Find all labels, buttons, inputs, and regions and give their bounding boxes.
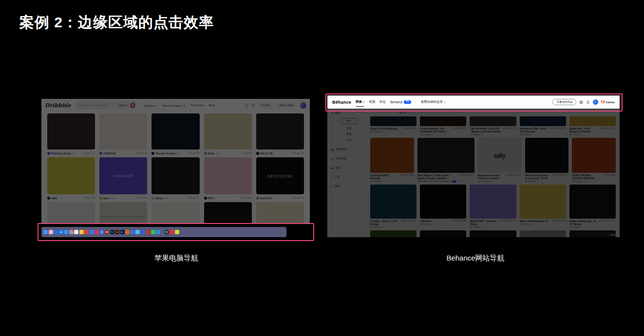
shot-thumbnail[interactable] [256,202,304,224]
project-title[interactable]: Zombie Warfare: The Death Path UI | Trai… [420,127,451,133]
project-title[interactable]: Wink Shaper | Orbix Studio | Sopify | Fr… [417,174,457,180]
shot-author[interactable]: MUTI♥ 77 ◉ 8.9k [204,196,252,200]
project-owners[interactable]: 多个所有者▾ [572,180,601,183]
dribbble-logo[interactable]: Dribbble [45,102,71,109]
project-card[interactable]: MICROSOFT - Azure AI Studio多个所有者▾♥ 936 ◉… [470,185,516,228]
dribbble-nav-item[interactable]: Hire a Designer ∨ [162,104,186,107]
project-card[interactable]: Salesforce CRM - SaaS UX UI Design Dashb… [520,116,566,136]
project-owners[interactable]: 多个所有者▾ [370,131,401,133]
shot-thumbnail[interactable]: Unwind your soul & body [99,202,147,224]
project-card[interactable]: Waffle Pay - UI/UX Design for Fintech Mo… [569,116,616,136]
project-title[interactable]: THE NATIONAL GALLERY - Webshot & Brand i… [470,127,501,133]
project-card[interactable]: Wink Shaper | Orbix Studio | Sopify | Fr… [417,138,474,183]
project-thumbnail[interactable] [417,138,474,173]
search-icon[interactable] [130,103,135,108]
project-title[interactable]: Steam | UX/UI Redesign [370,127,401,130]
dock-app-photoshop-icon[interactable]: Ps [110,230,114,234]
project-card[interactable]: Lazynight UX/UI Renewal多个所有者▾♥ 782 ◉ 879… [370,138,414,183]
project-card[interactable]: tallyBrand identity and UX/UI for a fint… [478,138,522,183]
avatar[interactable] [300,102,306,109]
project-thumbnail[interactable] [420,230,466,237]
dock-app-pinterest-icon[interactable] [95,230,99,234]
dock-app-word-icon[interactable]: W [105,230,109,234]
dock-app-finder-icon[interactable] [43,230,48,234]
dock-app-dropbox-icon[interactable] [90,230,94,234]
project-thumbnail[interactable] [470,116,516,126]
project-thumbnail[interactable]: tally [478,138,522,173]
project-owners[interactable]: 多个所有者▾ [370,180,399,183]
shot-thumbnail[interactable] [152,157,199,194]
dribbble-nav-item[interactable]: Find Jobs [191,104,204,107]
project-card[interactable]: Microsoft Dynamics AI Assistant - UI UX … [525,138,569,183]
dock-app-system-settings-icon[interactable] [69,230,74,234]
project-thumbnail[interactable] [370,185,417,219]
shot-thumbnail[interactable] [204,157,252,194]
shot-thumbnail[interactable] [99,113,147,149]
dock-app-orange-tool-icon[interactable] [125,230,130,234]
project-thumbnail[interactable] [470,230,516,237]
dock-app-xcode-icon[interactable]: X [100,230,104,234]
shot-author[interactable]: QClay♥ 21 ◉ 9k [204,151,252,155]
project-owners[interactable]: 多个所有者▾ [470,133,501,136]
shot-author[interactable]: Heyo♥ 77 ◉ 8.1k [99,196,147,200]
project-owners[interactable]: 多个所有者▾ [420,223,451,225]
project-owners[interactable]: 多个所有者▾ [478,180,504,183]
go-pro-button[interactable]: Go Pro [258,102,273,108]
shot-thumbnail[interactable]: carousel [99,157,147,194]
shot-thumbnail[interactable] [47,113,95,149]
project-title[interactable]: Ryah's Rhythm Game UI [520,220,551,223]
dock-app-mail-icon[interactable] [54,230,58,234]
project-thumbnail[interactable] [370,116,417,126]
project-card[interactable]: Ryah's Rhythm Game UI多个所有者▾♥ 306 ◉ 2671 [520,185,566,228]
project-card[interactable]: Credifyx - SaaS & UI UX Design多个所有者▾♥ 98… [370,185,417,228]
dock-app-firefox-icon[interactable] [131,230,135,234]
project-owners[interactable]: 多个所有者▾ [520,133,549,136]
project-title[interactable]: Brand identity and UX/UI for a fintech s… [478,174,504,180]
project-thumbnail[interactable] [569,116,616,126]
project-title[interactable]: MyBike Mobile App - UI UX Design [569,220,598,225]
dock-app-notes-icon[interactable]: ✎ [165,230,169,234]
shot-author[interactable]: Thunder Rockets♥ 71 ◉ 8.9k [152,151,199,155]
project-title[interactable]: VW(View) [420,220,451,223]
project-title[interactable]: MICROSOFT - Azure AI Studio [470,220,499,225]
dock-app-photos-icon[interactable] [49,230,53,234]
dock-app-reminders-icon[interactable] [84,230,89,234]
dribbble-nav-item[interactable]: Explore ∨ [144,104,157,107]
dock-app-figma-red-icon[interactable] [170,230,174,234]
shot-thumbnail[interactable] [256,113,304,149]
sidebar-section-空间风格[interactable]: ◎空间风格∨ [331,157,366,160]
shot-author[interactable]: tubik♥ 57 ◉ 4.4k [47,196,95,200]
project-title[interactable]: Credifyx - SaaS & UI UX Design [370,220,400,225]
sidebar-pill-projects[interactable]: 项目 [341,118,358,124]
project-card[interactable]: Steam | UX/UI Redesign多个所有者▾♥ 204 ◉ 9644 [370,116,417,136]
project-thumbnail[interactable] [520,230,566,237]
filter-icon[interactable]: ⚐ [364,112,366,114]
project-owners[interactable]: 多个所有者▾ [569,133,598,136]
project-thumbnail[interactable] [520,116,566,126]
dock-app-sketch-icon[interactable] [135,230,140,234]
project-card[interactable]: THE NATIONAL GALLERY - Webshot & Brand i… [470,116,516,136]
search-input[interactable]: What are you looking for? Shots ∨ [75,101,137,109]
share-work-button[interactable]: Share Work [276,102,297,108]
project-thumbnail[interactable] [370,230,417,237]
project-title[interactable]: Waffle Pay - UI/UX Design for Fintech Mo… [569,127,598,133]
featured-row[interactable]: ◎ 精选 ⚐ [331,111,366,114]
project-title[interactable]: Microsoft Dynamics AI Assistant - UI UX … [525,174,551,180]
dock-app-after-effects-icon[interactable]: Ae [120,230,125,234]
dock-app-wechat-icon[interactable] [151,230,155,234]
shot-thumbnail[interactable] [152,113,199,149]
project-thumbnail[interactable] [525,138,569,173]
dock-app-app-store-icon[interactable]: A [59,230,63,234]
sidebar-item[interactable]: 人物 [346,138,352,142]
project-owners[interactable]: 多个所有者▾ [569,226,598,228]
project-thumbnail[interactable] [370,138,414,173]
shot-author[interactable]: Seve Stori♥ 74 ◉ 4.4k [256,196,304,200]
shot-thumbnail[interactable] [204,113,252,149]
project-title[interactable]: Lazynight UX/UI Renewal [370,174,399,180]
dribbble-nav-item[interactable]: Blog [209,104,215,107]
project-title[interactable]: Salesforce CRM - SaaS UX UI Design Dashb… [520,127,549,133]
sidebar-section-工具[interactable]: ×工具∨ [331,175,366,179]
sidebar-section-地点[interactable]: ◉地点∨ [331,166,366,169]
shot-thumbnail[interactable]: neonectar [256,157,304,194]
project-card[interactable]: Zombie Warfare: The Death Path UI | Trai… [420,116,466,136]
